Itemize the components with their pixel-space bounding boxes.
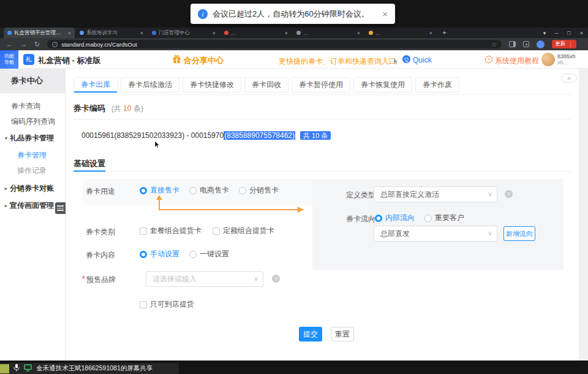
checkbox-icon bbox=[213, 227, 220, 235]
sidebar-item-card-management[interactable]: 券卡管理 bbox=[17, 150, 47, 161]
tab-title: … bbox=[303, 30, 355, 36]
brand-select[interactable]: 请选择或输入 ∨ bbox=[146, 271, 263, 287]
extensions-icon[interactable] bbox=[523, 41, 529, 47]
tab-card-void[interactable]: 券卡作废 bbox=[415, 77, 459, 93]
code-count-badge: 共 10 条 bbox=[300, 131, 331, 140]
tab-card-resume[interactable]: 券卡恢复使用 bbox=[353, 77, 412, 93]
user-subtext: xh... bbox=[557, 59, 576, 66]
browser-tab-6[interactable]: … × bbox=[365, 28, 436, 38]
tab-close-icon[interactable]: × bbox=[285, 30, 288, 36]
radio-important-customer[interactable]: 重要客户 bbox=[424, 213, 464, 223]
tab-card-suspend[interactable]: 券卡暂停使用 bbox=[292, 77, 350, 93]
radio-internal-flow[interactable]: 内部流向 bbox=[375, 213, 415, 223]
tab-title: 系统培训学习 bbox=[86, 29, 138, 37]
reset-button[interactable]: 重置 bbox=[331, 327, 354, 342]
checkbox-package-combo-card[interactable]: 套餐组合提货卡 bbox=[140, 226, 202, 236]
browser-tab-5[interactable]: … × bbox=[293, 28, 364, 38]
radio-manual-setup[interactable]: 手动设置 bbox=[140, 249, 179, 259]
radio-one-click-setup[interactable]: 一键设置 bbox=[189, 249, 229, 259]
tab-close-icon[interactable]: × bbox=[140, 30, 143, 36]
help-circle-icon[interactable]: ? bbox=[505, 190, 513, 198]
tab-search-icon[interactable]: ▾ bbox=[543, 30, 546, 36]
sidebar-group-gift-card-mgmt[interactable]: ▾ 礼品券卡管理 bbox=[5, 133, 54, 143]
checkbox-store-pickup-only[interactable]: 只可到店提货 bbox=[140, 299, 194, 310]
promo-text[interactable]: 更快捷的券卡、订单和快递查询入口 bbox=[279, 56, 396, 67]
info-icon: i bbox=[198, 9, 208, 19]
user-avatar[interactable] bbox=[541, 53, 555, 66]
sidebar-collapse-toggle[interactable] bbox=[55, 202, 66, 214]
define-type-label: 定义类型 bbox=[346, 190, 375, 200]
side-panel-icon[interactable] bbox=[509, 41, 516, 47]
flow-options: 内部流向 重要客户 bbox=[375, 213, 464, 223]
share-avatar bbox=[0, 364, 9, 373]
radio-icon bbox=[239, 187, 246, 194]
new-tab-button[interactable]: + bbox=[440, 28, 449, 37]
sidebar-group-promo-image[interactable]: ▸ 宣传画面管理 bbox=[5, 200, 54, 211]
sidebar-item-code-sequence-query[interactable]: 编码序列查询 bbox=[11, 116, 55, 127]
quick-link[interactable]: Quick bbox=[413, 56, 432, 64]
tab-close-icon[interactable]: × bbox=[68, 30, 71, 36]
sidebar-item-operation-records[interactable]: 操作记录 bbox=[17, 166, 47, 176]
site-info-icon[interactable]: i bbox=[52, 42, 58, 47]
divider bbox=[74, 171, 571, 172]
pointer-icon bbox=[393, 56, 399, 67]
tab-favicon bbox=[7, 31, 12, 35]
close-window-button[interactable]: × bbox=[580, 30, 583, 36]
define-type-select[interactable]: 总部直接定义激活 ∨ bbox=[374, 186, 497, 202]
share-center-link[interactable]: 合分享中心 bbox=[184, 55, 224, 66]
checkbox-fixed-combo-card[interactable]: 定额组合提货卡 bbox=[213, 226, 274, 236]
browser-profile-avatar[interactable] bbox=[537, 40, 545, 48]
radio-label: 一键设置 bbox=[200, 249, 229, 259]
browser-tab-3[interactable]: 门店管理中心 × bbox=[148, 28, 219, 38]
card-code-range: 00015961(8385291502033923) - 00015970(83… bbox=[81, 131, 331, 140]
tab-close-icon[interactable]: × bbox=[429, 30, 432, 36]
back-icon[interactable]: ← bbox=[6, 41, 13, 48]
tab-favicon bbox=[369, 31, 373, 35]
chevron-down-icon: ∨ bbox=[254, 275, 258, 283]
flow-select[interactable]: 总部直发 ∨ bbox=[374, 226, 497, 242]
tab-card-outbound[interactable]: 券卡出库 bbox=[74, 77, 118, 93]
sidebar-item-card-query[interactable]: 券卡查询 bbox=[11, 101, 40, 112]
category-options: 套餐组合提货卡 定额组合提货卡 bbox=[140, 226, 274, 236]
browser-tab-1[interactable]: 礼盒营销平台管理中心 × bbox=[4, 28, 75, 38]
radio-selected-icon bbox=[375, 215, 382, 222]
tab-close-icon[interactable]: × bbox=[213, 30, 216, 36]
browser-tab-4[interactable]: … × bbox=[221, 28, 292, 38]
tutorial-link[interactable]: 系统使用教程 bbox=[495, 56, 539, 66]
forward-icon[interactable]: → bbox=[20, 41, 27, 48]
reload-icon[interactable]: ↻ bbox=[34, 41, 40, 48]
tab-title: 门店管理中心 bbox=[159, 29, 210, 37]
update-button[interactable]: 更新 ⋮ bbox=[552, 40, 576, 48]
checkbox-label: 套餐组合提货卡 bbox=[150, 226, 202, 236]
basic-settings-title: 基础设置 bbox=[74, 158, 105, 169]
codes-section-title: 券卡编码 (共 10 条) bbox=[74, 103, 143, 114]
codes-count-pre: (共 bbox=[111, 104, 123, 113]
main-content: » 券卡出库 券卡后续激活 券卡快捷修改 券卡回收 券卡暂停使用 券卡恢复使用 … bbox=[66, 69, 579, 361]
toast-close-icon[interactable]: × bbox=[382, 9, 388, 19]
sidebar-group-label: 宣传画面管理 bbox=[10, 200, 54, 211]
submit-button[interactable]: 提交 bbox=[299, 327, 322, 342]
maximize-button[interactable]: □ bbox=[567, 30, 570, 36]
sidebar: 券卡中心 券卡查询 编码序列查询 ▾ 礼品券卡管理 券卡管理 操作记录 ▸ 分销… bbox=[0, 69, 66, 361]
select-placeholder: 请选择或输入 bbox=[153, 274, 197, 284]
codes-title: 券卡编码 bbox=[74, 104, 105, 113]
function-nav-toggle[interactable]: 功能 导航 bbox=[0, 50, 18, 69]
sidebar-group-label: 分销券卡对账 bbox=[10, 183, 54, 194]
browser-tab-2[interactable]: 系统培训学习 × bbox=[76, 28, 147, 38]
codes-count-post: 条) bbox=[131, 104, 143, 113]
share-bar-text: 金禾通技术王斌18662591081的屏幕共享 bbox=[36, 364, 153, 373]
tab-card-quick-edit[interactable]: 券卡快捷修改 bbox=[183, 77, 241, 93]
tab-card-activate[interactable]: 券卡后续激活 bbox=[121, 77, 179, 93]
url-bar[interactable]: i standard.maboy.cn/CardsOut ☆ bbox=[47, 40, 502, 48]
chevron-right-icon: ▸ bbox=[5, 186, 7, 191]
tab-title: … bbox=[375, 30, 427, 36]
code-text-selected: (8385889075578462) bbox=[224, 131, 295, 140]
bookmark-star-icon[interactable]: ☆ bbox=[491, 41, 497, 48]
help-circle-icon[interactable]: ? bbox=[272, 275, 280, 283]
sidebar-group-distribution-card[interactable]: ▸ 分销券卡对账 bbox=[5, 183, 54, 194]
tab-card-recycle[interactable]: 券卡回收 bbox=[244, 77, 288, 93]
add-flow-button[interactable]: 新增流向 bbox=[503, 226, 535, 241]
minimize-button[interactable]: – bbox=[555, 30, 558, 36]
quick-q-icon[interactable]: Q bbox=[402, 55, 410, 63]
tab-close-icon[interactable]: × bbox=[357, 30, 360, 36]
